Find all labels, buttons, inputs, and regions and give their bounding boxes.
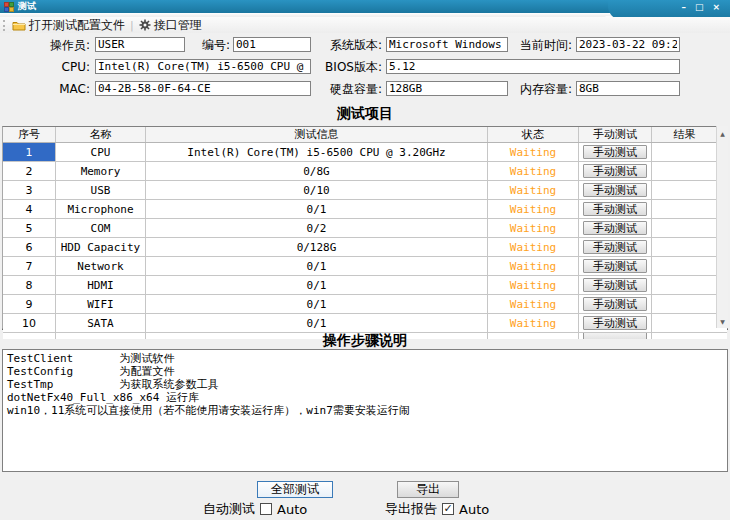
test-all-button[interactable]: 全部测试 — [257, 481, 333, 498]
cpu-input[interactable] — [95, 59, 311, 74]
table-scrollbar[interactable]: ▲ ▼ — [716, 126, 728, 328]
row-info-cell: 0/1 — [146, 295, 488, 313]
gear-icon — [139, 19, 151, 31]
instructions-textbox[interactable]: TestClient 为测试软件 TestConfig 为配置文件 TestTm… — [2, 349, 728, 472]
time-label: 当前时间: — [508, 37, 572, 53]
row-name-cell: SATA — [56, 314, 146, 332]
table-row[interactable]: 3 USB 0/10 Waiting 手动测试 — [3, 181, 727, 200]
row-info-cell: 0/1 — [146, 257, 488, 275]
row-index-cell[interactable]: 7 — [3, 257, 56, 275]
row-index-cell[interactable]: 10 — [3, 314, 56, 332]
row-info-cell: 0/1 — [146, 276, 488, 294]
interface-mgmt-button[interactable]: 接口管理 — [139, 17, 202, 34]
bios-label: BIOS版本: — [318, 59, 382, 75]
bios-input[interactable] — [386, 59, 680, 74]
row-result-cell — [652, 295, 717, 313]
cpu-label: CPU: — [28, 59, 90, 75]
export-report-checkbox[interactable]: ✓ — [442, 503, 454, 515]
interface-mgmt-label: 接口管理 — [154, 17, 202, 34]
hdd-label: 硬盘容量: — [318, 81, 382, 97]
row-result-cell — [652, 143, 717, 161]
row-index-cell[interactable]: 3 — [3, 181, 56, 199]
row-manual-cell: 手动测试 — [579, 276, 652, 294]
table-row[interactable]: 4 Microphone 0/1 Waiting 手动测试 — [3, 200, 727, 219]
header-no: 序号 — [3, 127, 56, 142]
export-report-word: Auto — [459, 502, 489, 517]
manual-test-button[interactable]: 手动测试 — [583, 316, 647, 330]
row-index-cell[interactable]: 9 — [3, 295, 56, 313]
row-name-cell: WIFI — [56, 295, 146, 313]
open-config-button[interactable]: 打开测试配置文件 — [12, 17, 125, 34]
header-manual: 手动测试 — [579, 127, 652, 142]
manual-test-button[interactable]: 手动测试 — [583, 278, 647, 292]
table-header-row: 序号 名称 测试信息 状态 手动测试 结果 — [3, 127, 727, 143]
table-row[interactable]: 9 WIFI 0/1 Waiting 手动测试 — [3, 295, 727, 314]
row-result-cell — [652, 162, 717, 180]
row-index-cell[interactable]: 4 — [3, 200, 56, 218]
table-row[interactable]: 7 Network 0/1 Waiting 手动测试 — [3, 257, 727, 276]
mac-input[interactable] — [95, 81, 311, 96]
auto-test-word: Auto — [277, 502, 307, 517]
export-button[interactable]: 导出 — [397, 481, 459, 498]
manual-test-button[interactable]: 手动测试 — [583, 202, 647, 216]
row-index-cell[interactable]: 1 — [3, 143, 56, 161]
row-info-cell: 0/128G — [146, 238, 488, 256]
manual-test-button[interactable]: 手动测试 — [583, 183, 647, 197]
row-index-cell[interactable]: 5 — [3, 219, 56, 237]
test-table: 序号 名称 测试信息 状态 手动测试 结果 1 CPU Intel(R) Cor… — [2, 126, 728, 330]
table-row[interactable]: 10 SATA 0/1 Waiting 手动测试 — [3, 314, 727, 333]
row-result-cell — [652, 181, 717, 199]
row-status-cell: Waiting — [488, 314, 579, 332]
manual-test-button[interactable]: 手动测试 — [583, 164, 647, 178]
minimize-button[interactable]: – — [681, 2, 686, 12]
close-button[interactable]: × — [712, 2, 720, 12]
ram-input[interactable] — [576, 81, 680, 96]
row-info-cell: 0/1 — [146, 314, 488, 332]
row-status-cell: Waiting — [488, 276, 579, 294]
os-input[interactable] — [386, 37, 508, 52]
maximize-button[interactable]: □ — [695, 2, 704, 12]
time-input[interactable] — [576, 37, 680, 52]
row-result-cell — [652, 219, 717, 237]
row-status-cell: Waiting — [488, 295, 579, 313]
row-result-cell — [652, 257, 717, 275]
manual-test-button[interactable]: 手动测试 — [583, 145, 647, 159]
row-manual-cell: 手动测试 — [579, 295, 652, 313]
table-row[interactable]: 1 CPU Intel(R) Core(TM) i5-6500 CPU @ 3.… — [3, 143, 727, 162]
row-info-cell: 0/1 — [146, 200, 488, 218]
row-name-cell: CPU — [56, 143, 146, 161]
auto-test-group: 自动测试 Auto — [203, 500, 307, 518]
row-manual-cell: 手动测试 — [579, 257, 652, 275]
row-status-cell: Waiting — [488, 181, 579, 199]
table-row[interactable]: 5 COM 0/2 Waiting 手动测试 — [3, 219, 727, 238]
row-name-cell: Memory — [56, 162, 146, 180]
row-index-cell[interactable]: 6 — [3, 238, 56, 256]
operator-input[interactable] — [95, 37, 185, 52]
scroll-up-icon[interactable]: ▲ — [717, 126, 728, 140]
row-index-cell[interactable]: 8 — [3, 276, 56, 294]
auto-test-checkbox[interactable] — [260, 503, 272, 515]
os-label: 系统版本: — [318, 37, 382, 53]
folder-open-icon — [12, 20, 26, 31]
manual-test-button[interactable]: 手动测试 — [583, 221, 647, 235]
serial-input[interactable] — [233, 37, 311, 52]
header-status: 状态 — [488, 127, 579, 142]
manual-test-button[interactable]: 手动测试 — [583, 259, 647, 273]
header-name: 名称 — [56, 127, 146, 142]
row-result-cell — [652, 276, 717, 294]
table-row[interactable]: 2 Memory 0/8G Waiting 手动测试 — [3, 162, 727, 181]
manual-test-button[interactable]: 手动测试 — [583, 297, 647, 311]
table-row[interactable]: 6 HDD Capacity 0/128G Waiting 手动测试 — [3, 238, 727, 257]
row-info-cell: 0/10 — [146, 181, 488, 199]
instruction-line: TestConfig 为配置文件 — [7, 365, 723, 378]
row-name-cell: HDD Capacity — [56, 238, 146, 256]
scroll-down-icon[interactable]: ▼ — [717, 314, 728, 328]
instruction-line: TestClient 为测试软件 — [7, 352, 723, 365]
hdd-input[interactable] — [386, 81, 508, 96]
row-index-cell[interactable]: 2 — [3, 162, 56, 180]
table-row[interactable]: 8 HDMI 0/1 Waiting 手动测试 — [3, 276, 727, 295]
row-info-cell: 0/2 — [146, 219, 488, 237]
row-name-cell: Microphone — [56, 200, 146, 218]
manual-test-button[interactable]: 手动测试 — [583, 240, 647, 254]
row-manual-cell: 手动测试 — [579, 143, 652, 161]
